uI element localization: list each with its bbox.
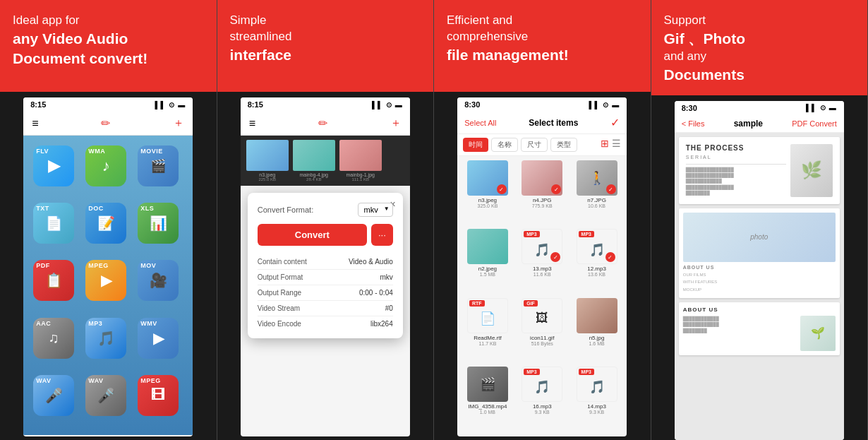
panel-3-body: 8:30 ▌▌ ⊙ ▬ Select All Select items ✓ 时间… <box>434 92 651 440</box>
edit-icon-1[interactable]: ✏ <box>101 117 110 130</box>
filter-btn-name[interactable]: 名称 <box>491 138 518 152</box>
file-grid: ✓ n3.jpeg 325.0 KB ✓ n4.JPG 775.9 KB 🚶 ✓ <box>457 156 627 436</box>
check-badge-n3: ✓ <box>497 184 507 194</box>
file-icon-wmv[interactable]: WMV ▶ <box>138 318 179 359</box>
panel-1-line3: Document convert! <box>13 50 147 66</box>
menu-icon-1[interactable]: ≡ <box>32 117 38 130</box>
panel-1-body: 8:15 ▌▌ ⊙ ▬ ≡ ✏ ＋ FLV ▶ WMA ♪ MOVIE <box>0 92 217 440</box>
file-item-icon11gif[interactable]: GIF 🖼 icon11.gif 516 Bytes <box>517 298 568 364</box>
file-icon-xls[interactable]: XLS 📊 <box>138 203 179 244</box>
about-us-links-2: OUR FILMSWITH FEATURESMOCKUP <box>683 271 836 294</box>
pdf-page-3-image: 🌱 <box>800 316 836 351</box>
file-thumb-13mp3: MP3 🎵 ✓ <box>522 229 562 264</box>
file-icon-movie[interactable]: MOVIE 🎬 <box>138 145 179 186</box>
panel-2-phone: 8:15 ▌▌ ⊙ ▬ ≡ ✏ ＋ n3.jpeg 225.0 KB mainb… <box>241 97 410 436</box>
thumb-size-mainbg4: 28.4 KB <box>306 177 321 182</box>
pdf-text-1: ████████████████ ████████████████ ██████… <box>686 167 786 196</box>
filter-btn-size[interactable]: 尺寸 <box>521 138 548 152</box>
convert-button[interactable]: Convert <box>258 224 367 246</box>
info-row-format: Output Format mkv <box>258 270 393 285</box>
file-icon-wma[interactable]: WMA ♪ <box>85 145 126 186</box>
pdf-preview: THE PROCESS SERIAL ████████████████ ████… <box>675 133 844 440</box>
check-icon: ✓ <box>610 116 620 129</box>
grid-view-icon[interactable]: ⊞ <box>601 138 609 152</box>
add-icon-1[interactable]: ＋ <box>173 116 184 131</box>
panel-1-line2: any Video Audio <box>13 30 128 47</box>
select-all-link[interactable]: Select All <box>464 119 496 127</box>
info-key-format: Output Format <box>258 273 303 281</box>
filter-btn-type[interactable]: 类型 <box>550 138 577 152</box>
file-thumb-14mp3: MP3 🎵 <box>577 367 617 402</box>
panel-3-phone: 8:30 ▌▌ ⊙ ▬ Select All Select items ✓ 时间… <box>457 97 627 436</box>
check-badge-13mp3: ✓ <box>550 252 560 262</box>
file-item-img4358[interactable]: 🎬 IMG_4358.mp4 1.0 MB <box>462 367 513 432</box>
file-icon-mp3[interactable]: MP3 🎵 <box>85 318 126 359</box>
edit-icon-2[interactable]: ✏ <box>318 117 327 130</box>
file-item-14mp3[interactable]: MP3 🎵 14.mp3 9.3 KB <box>571 367 622 432</box>
panel-1-header: Ideal app for any Video Audio Document c… <box>0 0 217 92</box>
file-item-n4jpg[interactable]: ✓ n4.JPG 775.9 KB <box>517 160 568 226</box>
filter-btn-time[interactable]: 时间 <box>463 138 488 152</box>
file-icon-mpeg2[interactable]: MPEG 🎞 <box>138 375 179 416</box>
file-item-12mp3[interactable]: MP3 🎵 ✓ 12.mp3 13.6 KB <box>571 229 622 295</box>
select-items-title: Select items <box>529 118 578 128</box>
pdf-nav: < Files sample PDF Convert <box>675 115 844 133</box>
file-icon-wav[interactable]: WAV 🎤 <box>33 375 74 416</box>
pdf-page-image-1: 🌿 <box>790 144 833 197</box>
file-icon-pdf[interactable]: PDF 📋 <box>33 260 74 301</box>
file-thumb-n4: ✓ <box>522 160 562 196</box>
check-badge-12mp3: ✓ <box>605 252 615 262</box>
panel-2-body: 8:15 ▌▌ ⊙ ▬ ≡ ✏ ＋ n3.jpeg 225.0 KB mainb… <box>217 92 434 440</box>
list-view-icon[interactable]: ☰ <box>612 138 621 152</box>
more-button[interactable]: ··· <box>371 224 393 246</box>
chevron-down-icon: ▼ <box>384 206 390 212</box>
status-time-2: 8:15 <box>248 100 263 109</box>
add-icon-2[interactable]: ＋ <box>390 116 402 131</box>
pdf-nav-action[interactable]: PDF Convert <box>792 119 837 128</box>
status-time-4: 8:30 <box>682 104 697 112</box>
toolbar-1[interactable]: ≡ ✏ ＋ <box>23 112 193 136</box>
file-item-16mp3[interactable]: MP3 🎵 16.mp3 9.3 KB <box>517 367 568 432</box>
info-val-stream: #0 <box>385 304 393 312</box>
file-icon-aac[interactable]: AAC ♫ <box>33 318 74 359</box>
status-bar-2: 8:15 ▌▌ ⊙ ▬ <box>241 97 410 112</box>
panel-1-phone: 8:15 ▌▌ ⊙ ▬ ≡ ✏ ＋ FLV ▶ WMA ♪ MOVIE <box>23 97 193 436</box>
file-thumb-n7: 🚶 ✓ <box>577 160 617 196</box>
file-icon-mov[interactable]: MOV 🎥 <box>138 260 179 301</box>
status-bar-3: 8:30 ▌▌ ⊙ ▬ <box>457 97 627 112</box>
file-icon-flv[interactable]: FLV ▶ <box>33 145 74 186</box>
status-bar-1: 8:15 ▌▌ ⊙ ▬ <box>23 97 193 112</box>
file-item-n5jpg[interactable]: n5.jpg 1.6 MB <box>571 298 622 364</box>
pdf-page-2: photo ABOUT US OUR FILMSWITH FEATURESMOC… <box>679 208 840 298</box>
info-row-encode: Video Encode libx264 <box>258 316 393 331</box>
pdf-page-3-text: ████████████ ████████████ ████████ <box>683 316 797 351</box>
file-item-readme[interactable]: RTF 📄 ReadMe.rtf 11.7 KB <box>462 298 513 364</box>
info-row-range: Output Range 0:00 - 0:04 <box>258 285 393 301</box>
menu-icon-2[interactable]: ≡ <box>249 117 255 130</box>
file-icon-mpeg[interactable]: MPEG ▶ <box>85 260 126 301</box>
status-icons-1: ▌▌ ⊙ ▬ <box>155 101 186 109</box>
status-time-1: 8:15 <box>30 100 46 109</box>
file-icon-doc[interactable]: DOC 📝 <box>85 203 126 244</box>
file-item-n7jpg[interactable]: 🚶 ✓ n7.JPG 10.6 KB <box>571 160 622 226</box>
toolbar-2[interactable]: ≡ ✏ ＋ <box>241 112 410 136</box>
format-label: Convert Format: <box>258 206 313 214</box>
file-thumb-icon11: GIF 🖼 <box>522 298 562 333</box>
file-thumb-img4358: 🎬 <box>467 367 508 402</box>
file-icon-txt[interactable]: TXT 📄 <box>33 203 74 244</box>
panel-4-header: Support Gif 、Photo and any Documents <box>651 0 868 95</box>
file-icon-wav2[interactable]: WAV 🎤 <box>85 375 126 416</box>
panel-3: Efficient and comprehensive file managem… <box>434 0 651 440</box>
format-select[interactable]: mkv ▼ <box>358 203 393 217</box>
file-item-13mp3[interactable]: MP3 🎵 ✓ 13.mp3 11.6 KB <box>517 229 568 295</box>
panel-4-body: 8:30 ▌▌ ⊙ ▬ < Files sample PDF Convert T… <box>651 95 868 440</box>
info-val-format: mkv <box>380 273 392 281</box>
file-item-n2jpeg[interactable]: n2.jpeg 1.5 MB <box>462 229 513 295</box>
file-item-n3jpeg[interactable]: ✓ n3.jpeg 325.0 KB <box>462 160 513 226</box>
status-bar-4: 8:30 ▌▌ ⊙ ▬ <box>675 101 844 115</box>
info-key-content: Contain content <box>258 258 307 266</box>
pdf-page-title-1: THE PROCESS <box>686 144 786 152</box>
pdf-page-3-content: ████████████ ████████████ ████████ 🌱 <box>683 316 836 351</box>
pdf-nav-back[interactable]: < Files <box>682 119 705 128</box>
panel-4-line3: and any <box>664 49 855 65</box>
